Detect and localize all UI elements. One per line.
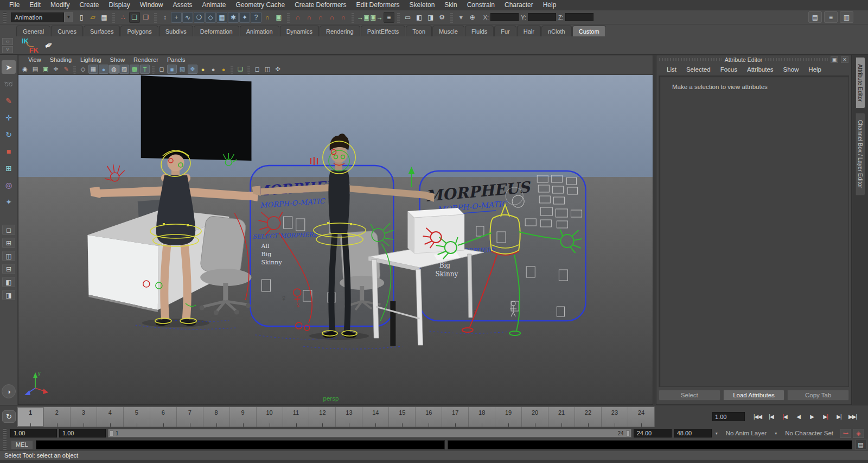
snap-curve-icon[interactable]: ∩ bbox=[304, 12, 315, 23]
xray-joints-icon[interactable]: ▩ bbox=[130, 65, 139, 74]
pane-split-icon[interactable]: ◫ bbox=[263, 65, 272, 74]
light-bright-icon[interactable]: ● bbox=[198, 65, 208, 74]
close-icon[interactable]: ✕ bbox=[841, 56, 848, 63]
menu-item[interactable]: Character bbox=[500, 1, 538, 9]
default-material-icon[interactable]: ◻ bbox=[157, 65, 167, 74]
frame-cell[interactable]: 4 bbox=[97, 407, 123, 427]
frame-cell[interactable]: 10 bbox=[256, 407, 283, 427]
menu-item[interactable]: Create bbox=[74, 1, 104, 9]
wireframe-icon[interactable]: ◇ bbox=[78, 65, 88, 74]
command-line-input[interactable] bbox=[36, 440, 445, 449]
mask-misc-icon[interactable]: ? bbox=[251, 12, 261, 23]
frame-cell[interactable]: 19 bbox=[495, 407, 521, 427]
divider[interactable] bbox=[352, 12, 354, 23]
move-tool[interactable]: ✛ bbox=[2, 111, 16, 124]
bookmark-icon[interactable]: ▣ bbox=[41, 65, 50, 74]
shelf-tab[interactable]: General bbox=[16, 26, 50, 36]
divider[interactable] bbox=[112, 12, 115, 23]
share-view-icon[interactable]: ✣ bbox=[273, 65, 283, 74]
textured-icon[interactable]: ● bbox=[99, 65, 108, 74]
range-grip[interactable] bbox=[3, 428, 7, 439]
shelf-tab[interactable]: Animation bbox=[240, 26, 279, 36]
frame-cell[interactable]: 8 bbox=[203, 407, 229, 427]
shelf-tab[interactable]: Dynamics bbox=[280, 26, 319, 36]
mask-surfaces-icon[interactable]: ▦ bbox=[216, 12, 227, 23]
menu-item[interactable]: Modify bbox=[46, 1, 74, 9]
frame-cell[interactable]: 14 bbox=[362, 407, 388, 427]
layout-hypershade[interactable]: ◨ bbox=[2, 290, 15, 300]
tool-settings-toggle-icon[interactable]: ≡ bbox=[824, 11, 838, 23]
divider[interactable] bbox=[397, 12, 400, 23]
use-lights-icon[interactable]: ◍ bbox=[109, 65, 119, 74]
side-tab-channel-box[interactable]: Channel Box / Layer Editor bbox=[856, 113, 865, 195]
attribute-editor-menu-item[interactable]: Attributes bbox=[742, 66, 778, 73]
textured-cube-icon[interactable]: ▧ bbox=[177, 65, 187, 74]
no-manip-icon[interactable]: ⊕ bbox=[467, 12, 478, 23]
select-tool[interactable]: ➤ bbox=[2, 60, 16, 74]
viewport-layout-icon[interactable]: ◑ bbox=[2, 384, 16, 398]
panel-menu-item[interactable]: Panels bbox=[163, 56, 190, 63]
side-tab-attribute-editor[interactable]: Attribute Editor bbox=[856, 57, 865, 109]
shelf-tab[interactable]: Muscle bbox=[432, 26, 464, 36]
select-component-icon[interactable]: ❒ bbox=[141, 12, 151, 23]
open-scene-icon[interactable]: ▱ bbox=[87, 12, 98, 23]
select-hierarchy-icon[interactable]: ∴ bbox=[118, 12, 129, 23]
menu-item[interactable]: Create Deformers bbox=[290, 1, 351, 9]
select-object-icon[interactable]: ❏ bbox=[129, 12, 140, 23]
play-backwards-button[interactable]: ◀ bbox=[792, 411, 805, 422]
menu-item[interactable]: Help bbox=[538, 1, 561, 9]
step-forward-key-button[interactable]: ▶| bbox=[819, 411, 832, 422]
divider[interactable] bbox=[231, 65, 233, 74]
divider[interactable] bbox=[247, 65, 250, 74]
menu-item[interactable]: Skeleton bbox=[405, 1, 440, 9]
chevron-down-icon[interactable]: ▾ bbox=[773, 431, 778, 436]
chevron-down-icon[interactable]: ▼ bbox=[64, 12, 73, 22]
menu-item[interactable]: Window bbox=[135, 1, 168, 9]
anim-layer-selector[interactable]: No Anim Layer bbox=[722, 430, 771, 436]
coordinate-input[interactable] bbox=[490, 13, 519, 21]
frame-cell[interactable]: 22 bbox=[575, 407, 601, 427]
shelf-tab[interactable]: PaintEffects bbox=[361, 26, 406, 36]
grease-pencil-icon[interactable]: ✎ bbox=[61, 65, 71, 74]
playback-end-field[interactable] bbox=[634, 429, 672, 437]
shelf-tab[interactable]: Hair bbox=[517, 26, 541, 36]
animation-end-field[interactable] bbox=[674, 429, 712, 437]
viewport-3d-scene[interactable]: MORPHEUS MORPH-O-MATIC SELECT MORPHERS A… bbox=[18, 75, 653, 404]
coordinate-input[interactable] bbox=[528, 13, 556, 21]
light-gold-icon[interactable]: ● bbox=[219, 65, 228, 74]
ipr-render-icon[interactable]: ◨ bbox=[425, 12, 436, 23]
attribute-editor-toggle-icon[interactable]: ▤ bbox=[808, 11, 822, 23]
shaded-cube-icon[interactable]: ■ bbox=[167, 65, 177, 74]
scale-tool[interactable]: ■ bbox=[2, 144, 16, 158]
layout-two-stacked[interactable]: ⊟ bbox=[2, 264, 15, 274]
command-line-grip[interactable] bbox=[3, 439, 7, 450]
shelf-menu-icon[interactable]: ▽ bbox=[2, 46, 13, 53]
render-view-icon[interactable]: ▭ bbox=[403, 12, 413, 23]
playback-start-field[interactable] bbox=[59, 429, 106, 437]
attribute-editor-menu-item[interactable]: List bbox=[662, 66, 681, 73]
menu-item[interactable]: Geometry Cache bbox=[231, 1, 290, 9]
time-slider[interactable]: 123456789101112131415161718192021222324 bbox=[17, 407, 655, 427]
material-cube-icon[interactable]: ❖ bbox=[188, 65, 197, 74]
shelf-tab[interactable]: Toon bbox=[406, 26, 432, 36]
menu-set-dropdown[interactable]: Animation ▼ bbox=[11, 12, 73, 22]
menu-item[interactable]: Animate bbox=[197, 1, 231, 9]
divider[interactable] bbox=[152, 65, 155, 74]
xray-icon[interactable]: ▨ bbox=[119, 65, 129, 74]
character-set-selector[interactable]: No Character Set bbox=[781, 430, 838, 436]
shelf-tab[interactable]: nCloth bbox=[541, 26, 572, 36]
layout-four-pane[interactable]: ⊞ bbox=[2, 238, 15, 248]
panel-menu-item[interactable]: View bbox=[24, 56, 46, 63]
load-attributes-button[interactable]: Load Attributes bbox=[723, 390, 785, 401]
input-connections-icon[interactable]: →▣ bbox=[357, 12, 369, 23]
layout-persp-outliner[interactable]: ◧ bbox=[2, 277, 15, 287]
mask-rendering-icon[interactable]: ✦ bbox=[239, 12, 250, 23]
mask-all-icon[interactable]: + bbox=[171, 12, 182, 23]
undock-icon[interactable]: ▣ bbox=[831, 56, 838, 63]
toolbar-grip[interactable] bbox=[3, 12, 7, 23]
soft-mod-tool[interactable]: ◎ bbox=[2, 178, 16, 192]
rotate-tool[interactable]: ↻ bbox=[2, 128, 16, 141]
auto-keyframe-icon[interactable]: ◈ bbox=[853, 429, 864, 438]
feather-shelf-button[interactable]: ✒ bbox=[42, 38, 56, 53]
shelf-tab[interactable]: Custom bbox=[572, 26, 606, 36]
